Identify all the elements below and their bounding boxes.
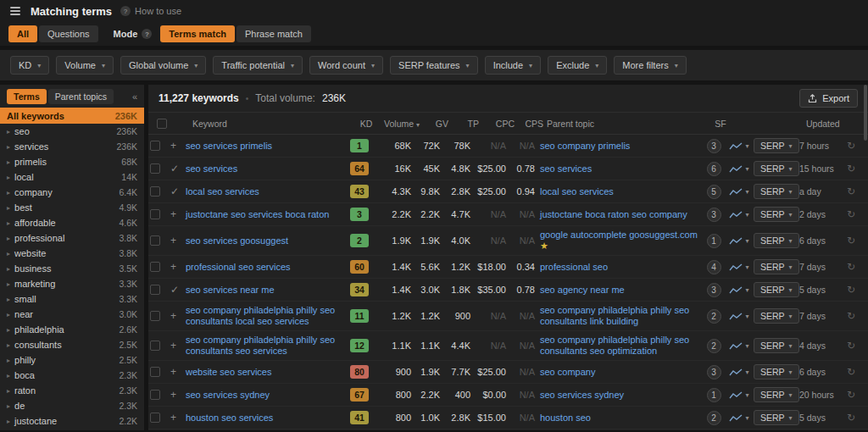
tab-phrase-match[interactable]: Phrase match — [236, 25, 311, 42]
mode-help-icon[interactable]: ? — [142, 29, 152, 39]
serp-button[interactable]: SERP▾ — [754, 233, 799, 248]
parent-topic-link[interactable]: seo company primelis — [540, 141, 630, 151]
serp-features-badge[interactable]: 1 — [707, 388, 721, 402]
row-checkbox[interactable] — [150, 186, 160, 197]
add-to-list-icon[interactable]: + — [170, 340, 186, 352]
sidebar-item[interactable]: ▸ local 14K — [0, 169, 144, 185]
sidebar-item[interactable]: ▸ services 236K — [0, 139, 144, 154]
select-all-checkbox[interactable] — [157, 119, 167, 129]
header-updated[interactable]: Updated — [806, 119, 854, 129]
sidebar-item[interactable]: ▸ boca 2.3K — [0, 368, 144, 383]
sidebar-item[interactable]: ▸ small 3.3K — [0, 291, 144, 307]
parent-topic-link[interactable]: professional seo — [540, 262, 608, 272]
serp-button[interactable]: SERP▾ — [754, 184, 799, 199]
keyword-link[interactable]: seo services near me — [186, 285, 275, 295]
header-cpc[interactable]: CPC — [479, 119, 515, 129]
filter-dropdown[interactable]: More filters ▾ — [614, 56, 686, 75]
keyword-link[interactable]: website seo services — [186, 367, 272, 377]
parent-topic-link[interactable]: seo company — [540, 367, 595, 377]
parent-topic-link[interactable]: seo services sydney — [540, 390, 624, 400]
keyword-link[interactable]: local seo services — [186, 186, 259, 197]
header-keyword[interactable]: Keyword — [192, 119, 352, 129]
refresh-icon[interactable]: ↻ — [847, 208, 860, 220]
sidebar-item[interactable]: ▸ de 2.3K — [0, 398, 144, 413]
add-to-list-icon[interactable]: + — [170, 412, 186, 424]
tab-questions[interactable]: Questions — [39, 25, 98, 42]
expand-arrow-icon[interactable]: ▸ — [7, 219, 10, 227]
expand-arrow-icon[interactable]: ▸ — [7, 326, 10, 334]
expand-arrow-icon[interactable]: ▸ — [7, 311, 10, 318]
filter-dropdown[interactable]: Global volume ▾ — [120, 56, 206, 75]
filter-dropdown[interactable]: Word count ▾ — [309, 56, 383, 75]
serp-button[interactable]: SERP▾ — [754, 364, 799, 379]
filter-dropdown[interactable]: Exclude ▾ — [548, 56, 607, 75]
refresh-icon[interactable]: ↻ — [847, 366, 860, 378]
trend-dropdown[interactable]: ▾ — [725, 187, 754, 197]
row-checkbox[interactable] — [150, 209, 160, 219]
row-checkbox[interactable] — [150, 390, 160, 400]
sidebar-item[interactable]: ▸ near 3.0K — [0, 307, 144, 322]
row-checkbox[interactable] — [150, 311, 160, 321]
serp-features-badge[interactable]: 3 — [707, 208, 721, 222]
add-to-list-icon[interactable]: ✓ — [170, 163, 186, 174]
sidebar-item[interactable]: ▸ philly 2.5K — [0, 352, 144, 368]
parent-topic-link[interactable]: google autocomplete goosuggest.com — [540, 230, 698, 240]
expand-arrow-icon[interactable]: ▸ — [7, 372, 10, 379]
sidebar-item[interactable]: ▸ affordable 4.6K — [0, 215, 144, 230]
serp-features-badge[interactable]: 4 — [707, 260, 721, 274]
serp-features-badge[interactable]: 3 — [707, 283, 721, 297]
serp-features-badge[interactable]: 2 — [707, 411, 721, 425]
header-gv[interactable]: GV — [420, 119, 448, 129]
add-to-list-icon[interactable]: + — [170, 235, 186, 246]
serp-features-badge[interactable]: 2 — [707, 309, 721, 324]
expand-arrow-icon[interactable]: ▸ — [7, 418, 10, 425]
filter-dropdown[interactable]: SERP features ▾ — [390, 56, 478, 75]
parent-topic-link[interactable]: seo company philadelphia philly seo cons… — [540, 305, 689, 326]
row-checkbox[interactable] — [150, 163, 160, 174]
sidebar-item[interactable]: ▸ seo 236K — [0, 124, 144, 139]
expand-arrow-icon[interactable]: ▸ — [7, 189, 10, 197]
expand-arrow-icon[interactable]: ▸ — [7, 387, 10, 395]
refresh-icon[interactable]: ↻ — [847, 340, 860, 352]
expand-arrow-icon[interactable]: ▸ — [7, 128, 10, 136]
parent-topic-link[interactable]: seo services — [540, 163, 592, 174]
refresh-icon[interactable]: ↻ — [847, 163, 860, 174]
refresh-icon[interactable]: ↻ — [847, 284, 860, 296]
trend-dropdown[interactable]: ▾ — [725, 236, 754, 246]
header-sf[interactable]: SF — [709, 119, 732, 129]
trend-dropdown[interactable]: ▾ — [725, 285, 754, 295]
refresh-icon[interactable]: ↻ — [847, 261, 860, 273]
trend-dropdown[interactable]: ▾ — [725, 341, 754, 351]
keyword-link[interactable]: professional seo services — [186, 262, 291, 272]
expand-arrow-icon[interactable]: ▸ — [7, 280, 10, 288]
expand-arrow-icon[interactable]: ▸ — [7, 357, 10, 364]
add-to-list-icon[interactable]: ✓ — [170, 186, 186, 197]
serp-features-badge[interactable]: 6 — [707, 162, 721, 176]
refresh-icon[interactable]: ↻ — [847, 140, 860, 152]
add-to-list-icon[interactable]: ✓ — [170, 284, 186, 296]
add-to-list-icon[interactable]: + — [170, 366, 186, 378]
add-to-list-icon[interactable]: + — [170, 389, 186, 401]
parent-topic-link[interactable]: houston seo — [540, 413, 591, 423]
header-tp[interactable]: TP — [448, 119, 479, 129]
sidebar-item[interactable]: ▸ raton 2.3K — [0, 383, 144, 398]
sidebar-item[interactable]: ▸ website 3.8K — [0, 246, 144, 261]
parent-topic-link[interactable]: local seo services — [540, 186, 614, 197]
export-button[interactable]: Export — [799, 89, 858, 108]
row-checkbox[interactable] — [150, 262, 160, 272]
serp-features-badge[interactable]: 3 — [707, 365, 721, 379]
serp-features-badge[interactable]: 2 — [707, 339, 721, 353]
serp-button[interactable]: SERP▾ — [754, 161, 799, 176]
expand-arrow-icon[interactable]: ▸ — [7, 402, 10, 410]
keyword-link[interactable]: seo services sydney — [186, 390, 270, 400]
collapse-sidebar-icon[interactable]: « — [132, 91, 137, 102]
refresh-icon[interactable]: ↻ — [847, 235, 860, 246]
filter-dropdown[interactable]: Traffic potential ▾ — [213, 56, 303, 75]
sidebar-item[interactable]: ▸ marketing 3.3K — [0, 276, 144, 291]
sidebar-all-keywords[interactable]: All keywords 236K — [0, 108, 144, 124]
sidebar-item[interactable]: ▸ justoctane 2.2K — [0, 413, 144, 429]
serp-button[interactable]: SERP▾ — [754, 282, 799, 297]
trend-dropdown[interactable]: ▾ — [725, 164, 754, 174]
keyword-link[interactable]: seo company philadelphia philly seo cons… — [186, 335, 335, 356]
trend-dropdown[interactable]: ▾ — [725, 413, 754, 423]
